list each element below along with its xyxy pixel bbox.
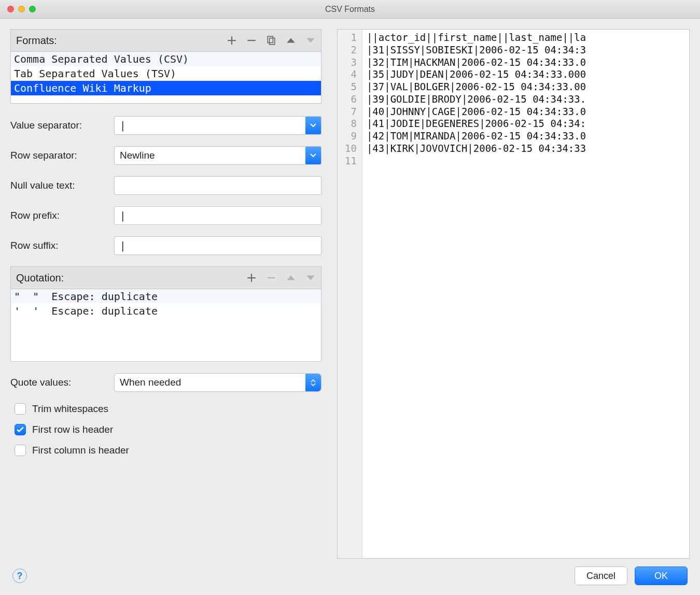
row-separator-value: Newline [115, 150, 305, 161]
value-separator-value: | [115, 120, 305, 131]
svg-rect-0 [247, 40, 256, 41]
plus-icon [247, 273, 256, 282]
preview-line: |40|JOHNNY|CAGE|2006-02-15 04:34:33.0 [367, 106, 586, 118]
svg-rect-1 [268, 36, 273, 42]
checkbox-icon [15, 403, 26, 415]
quote-values-select[interactable]: When needed [114, 373, 321, 392]
preview-gutter: 1234567891011 [338, 30, 362, 558]
titlebar: CSV Formats [0, 0, 700, 19]
first-row-header-label: First row is header [32, 424, 113, 435]
chevron-down-icon [305, 147, 321, 164]
row-prefix-input[interactable]: | [114, 206, 321, 225]
quotation-list[interactable]: " " Escape: duplicate ' ' Escape: duplic… [10, 289, 321, 362]
window-controls [0, 6, 36, 12]
first-col-header-label: First column is header [32, 445, 129, 456]
triangle-up-icon [286, 36, 296, 45]
value-separator-combo[interactable]: | [114, 116, 321, 135]
trim-whitespaces-label: Trim whitespaces [32, 403, 108, 415]
preview-line: |31|SISSY|SOBIESKI|2006-02-15 04:34:3 [367, 44, 586, 56]
formats-remove-button[interactable] [246, 35, 257, 46]
formats-list[interactable]: Comma Separated Values (CSV) Tab Separat… [10, 52, 321, 104]
value-separator-label: Value separator: [10, 120, 114, 131]
null-value-text-label: Null value text: [10, 180, 114, 191]
preview-line: |35|JUDY|DEAN|2006-02-15 04:34:33.000 [367, 68, 586, 81]
preview-line: |39|GOLDIE|BRODY|2006-02-15 04:34:33. [367, 93, 586, 106]
null-value-text-input[interactable] [114, 176, 321, 195]
row-suffix-label: Row suffix: [10, 240, 114, 251]
settings-panel: Formats: Comma Separated [10, 29, 321, 559]
triangle-up-icon [286, 273, 296, 282]
formats-moveup-button[interactable] [286, 35, 296, 46]
first-col-header-checkbox[interactable]: First column is header [15, 445, 321, 456]
preview-line: |32|TIM|HACKMAN|2006-02-15 04:34:33.0 [367, 56, 586, 69]
formats-item-csv[interactable]: Comma Separated Values (CSV) [11, 52, 321, 66]
quotation-row[interactable]: ' ' Escape: duplicate [11, 304, 321, 318]
formats-item-confluence[interactable]: Confluence Wiki Markup [11, 81, 321, 95]
row-prefix-label: Row prefix: [10, 210, 114, 221]
formats-movedown-button[interactable] [305, 35, 316, 46]
preview-code[interactable]: ||actor_id||first_name||last_name||la|31… [362, 30, 586, 558]
triangle-down-icon [306, 36, 315, 45]
quotation-remove-button[interactable] [266, 273, 276, 283]
quotation-row[interactable]: " " Escape: duplicate [11, 289, 321, 304]
preview-line: |41|JODIE|DEGENERES|2006-02-15 04:34: [367, 118, 586, 130]
plus-icon [227, 36, 236, 45]
first-row-header-checkbox[interactable]: First row is header [15, 424, 321, 435]
checkbox-checked-icon [15, 424, 26, 435]
triangle-down-icon [306, 273, 315, 282]
preview-pane: 1234567891011 ||actor_id||first_name||la… [337, 29, 690, 559]
dialog-footer: ? Cancel OK [0, 564, 700, 595]
preview-line [367, 155, 586, 167]
preview-line: |42|TOM|MIRANDA|2006-02-15 04:34:33.0 [367, 130, 586, 143]
preview-line: ||actor_id||first_name||last_name||la [367, 32, 586, 44]
checkbox-icon [15, 445, 26, 456]
window-zoom-button[interactable] [29, 6, 36, 12]
row-separator-label: Row separator: [10, 150, 114, 161]
formats-item-tsv[interactable]: Tab Separated Values (TSV) [11, 66, 321, 81]
chevron-down-icon [305, 117, 321, 134]
ok-button[interactable]: OK [635, 566, 688, 585]
formats-copy-button[interactable] [266, 35, 276, 46]
svg-rect-3 [267, 277, 275, 278]
minus-icon [267, 273, 276, 282]
quotation-add-button[interactable] [246, 273, 257, 283]
window-minimize-button[interactable] [18, 6, 25, 12]
quotation-movedown-button[interactable] [305, 273, 316, 283]
formats-header: Formats: [10, 29, 321, 52]
help-button[interactable]: ? [12, 569, 27, 583]
trim-whitespaces-checkbox[interactable]: Trim whitespaces [15, 403, 321, 415]
quotation-header: Quotation: [10, 266, 321, 289]
preview-line: |37|VAL|BOLGER|2006-02-15 04:34:33.00 [367, 81, 586, 93]
preview-line: |43|KIRK|JOVOVICH|2006-02-15 04:34:33 [367, 143, 586, 155]
quotation-label: Quotation: [16, 272, 64, 284]
row-suffix-input[interactable]: | [114, 236, 321, 255]
stepper-icon [305, 374, 321, 391]
quote-values-value: When needed [115, 377, 305, 388]
quote-values-label: Quote values: [10, 377, 114, 388]
quotation-moveup-button[interactable] [286, 273, 296, 283]
formats-add-button[interactable] [227, 35, 237, 46]
window-close-button[interactable] [7, 6, 14, 12]
window-title: CSV Formats [0, 5, 700, 14]
minus-icon [247, 36, 256, 45]
formats-label: Formats: [16, 35, 57, 47]
cancel-button[interactable]: Cancel [575, 566, 627, 585]
copy-icon [267, 36, 276, 45]
svg-rect-2 [270, 38, 275, 45]
row-separator-combo[interactable]: Newline [114, 146, 321, 165]
